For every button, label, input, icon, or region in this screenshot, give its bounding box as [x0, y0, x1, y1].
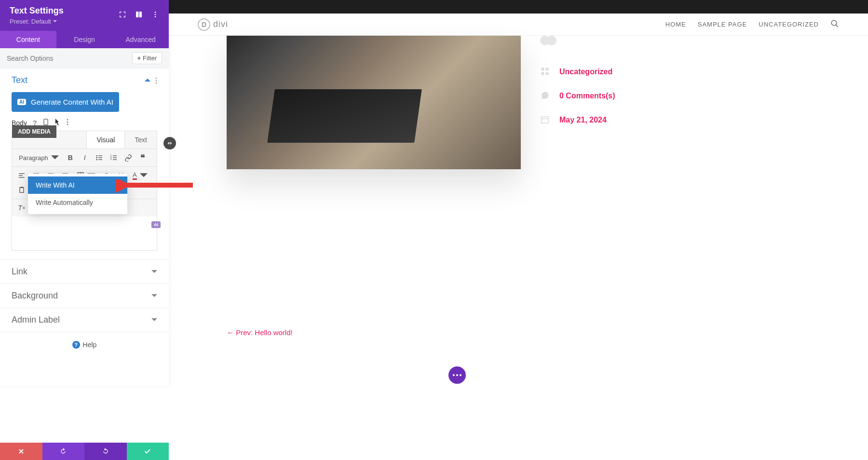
section-text-title: Text — [12, 75, 27, 85]
comment-icon — [540, 91, 551, 101]
svg-rect-11 — [98, 155, 102, 156]
cancel-button[interactable] — [0, 443, 42, 460]
save-button[interactable] — [127, 443, 169, 460]
undo-button[interactable] — [42, 443, 85, 460]
svg-point-2 — [155, 16, 156, 17]
nav-home[interactable]: HOME — [665, 21, 686, 28]
search-row: +Filter — [0, 48, 169, 68]
section-background: Background — [0, 284, 169, 308]
bullet-list-button[interactable] — [93, 151, 106, 164]
resize-handle[interactable] — [163, 137, 176, 149]
layout-icon[interactable] — [135, 11, 143, 20]
section-link-title: Link — [12, 267, 27, 277]
grid-icon — [540, 67, 551, 77]
section-text-header[interactable]: Text — [0, 68, 169, 92]
author-avatar — [540, 36, 557, 53]
sidebar-footer — [0, 443, 169, 460]
site-logo[interactable]: D divi — [198, 18, 228, 31]
help-link[interactable]: ? Help — [0, 332, 169, 357]
section-text: Text AI Generate Content With AI Body ? … — [0, 68, 169, 260]
svg-rect-24 — [19, 177, 25, 177]
svg-rect-17 — [113, 155, 117, 156]
italic-button[interactable]: I — [78, 151, 92, 164]
help-icon: ? — [72, 341, 80, 349]
search-icon[interactable] — [830, 19, 839, 30]
paragraph-label: Paragraph — [19, 154, 48, 162]
calendar-icon — [540, 115, 551, 125]
svg-rect-15 — [98, 159, 102, 160]
gen-ai-label: Generate Content With AI — [31, 98, 113, 106]
svg-rect-6 — [44, 119, 48, 125]
logo-text: divi — [213, 19, 228, 29]
redo-button[interactable] — [84, 443, 127, 460]
svg-rect-46 — [542, 117, 549, 123]
page-fab[interactable] — [448, 366, 466, 384]
svg-point-5 — [156, 82, 157, 83]
numbered-list-button[interactable]: 123 — [107, 151, 121, 164]
prev-link-text: ← Prev: Hello world! — [227, 328, 293, 337]
bold-button[interactable]: B — [64, 151, 77, 164]
meta-comments[interactable]: 0 Comments(s) — [559, 92, 615, 100]
dropdown-write-automatically[interactable]: Write Automatically — [28, 194, 127, 211]
tab-advanced[interactable]: Advanced — [112, 31, 169, 48]
align-left-button[interactable] — [15, 169, 28, 182]
svg-rect-45 — [546, 72, 549, 75]
ai-dropdown: Write With AI Write Automatically — [28, 174, 127, 214]
svg-rect-42 — [542, 68, 544, 71]
editor-tab-visual[interactable]: Visual — [86, 131, 125, 149]
svg-point-3 — [156, 77, 157, 79]
chevron-down-icon — [151, 318, 157, 322]
sidebar-header: Text Settings Preset: Default — [0, 0, 169, 31]
tab-content[interactable]: Content — [0, 31, 56, 48]
svg-line-41 — [836, 25, 838, 27]
site-nav: HOME SAMPLE PAGE UNCATEGORIZED — [665, 19, 839, 30]
more-icon[interactable] — [155, 77, 157, 84]
editor-content[interactable]: AI — [12, 216, 157, 250]
add-media-button[interactable]: ADD MEDIA — [12, 125, 56, 138]
section-admin-label: Admin Label — [0, 308, 169, 332]
search-input[interactable] — [7, 54, 132, 62]
tab-design[interactable]: Design — [56, 31, 113, 48]
section-admin-header[interactable]: Admin Label — [0, 308, 169, 332]
preset-selector[interactable]: Preset: Default — [10, 18, 64, 25]
section-link: Link — [0, 260, 169, 284]
meta-category[interactable]: Uncategorized — [559, 68, 612, 76]
nav-uncategorized[interactable]: UNCATEGORIZED — [759, 21, 819, 28]
site-header: D divi HOME SAMPLE PAGE UNCATEGORIZED — [169, 14, 868, 36]
filter-button[interactable]: +Filter — [132, 52, 162, 64]
paste-button[interactable] — [15, 183, 28, 197]
ai-icon[interactable]: AI — [151, 221, 161, 228]
main-column: ← Prev: Hello world! — [227, 36, 521, 337]
more-icon[interactable] — [151, 11, 159, 20]
link-button[interactable] — [122, 151, 135, 164]
filter-label: Filter — [143, 54, 157, 62]
dropdown-write-with-ai[interactable]: Write With AI — [28, 176, 127, 194]
focus-icon[interactable] — [119, 11, 126, 20]
generate-ai-button[interactable]: AI Generate Content With AI — [12, 92, 119, 112]
svg-point-9 — [67, 124, 68, 125]
nav-sample-page[interactable]: SAMPLE PAGE — [698, 21, 747, 28]
svg-rect-43 — [546, 68, 549, 71]
svg-rect-37 — [20, 188, 24, 193]
featured-image — [227, 36, 521, 169]
clear-format-button[interactable]: T✕ — [15, 201, 28, 215]
section-link-header[interactable]: Link — [0, 260, 169, 284]
section-background-title: Background — [12, 291, 58, 301]
svg-rect-13 — [98, 157, 102, 158]
logo-icon: D — [198, 18, 210, 31]
text-color-button[interactable]: A — [129, 169, 151, 182]
quote-button[interactable]: ❝ — [136, 151, 149, 164]
meta-date-row: May 21, 2024 — [540, 115, 685, 125]
svg-point-8 — [67, 122, 68, 123]
help-label: Help — [83, 341, 97, 349]
svg-point-40 — [831, 20, 837, 26]
svg-text:3: 3 — [110, 158, 111, 161]
paragraph-select[interactable]: Paragraph — [15, 151, 63, 164]
editor-tab-text[interactable]: Text — [125, 131, 157, 149]
svg-rect-22 — [19, 173, 25, 174]
svg-point-4 — [156, 80, 157, 81]
section-background-header[interactable]: Background — [0, 284, 169, 308]
prev-post-link[interactable]: ← Prev: Hello world! — [227, 328, 521, 337]
more-icon[interactable] — [67, 119, 68, 127]
meta-date[interactable]: May 21, 2024 — [559, 116, 607, 124]
